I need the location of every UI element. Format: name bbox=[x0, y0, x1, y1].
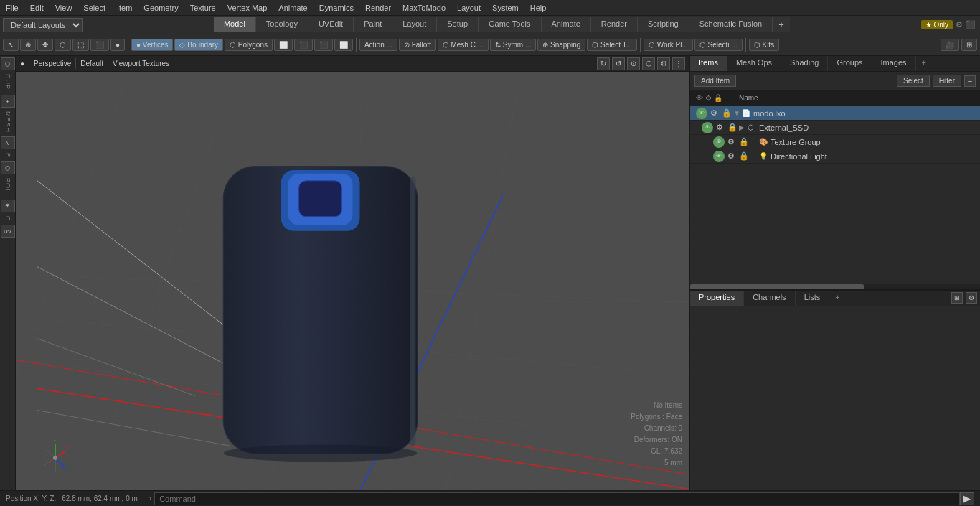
item-eye-modo[interactable]: 👁 bbox=[696, 108, 707, 119]
tab-scripting[interactable]: Scripting bbox=[638, 17, 689, 32]
item-expand-ssd[interactable]: ▶ bbox=[739, 123, 748, 131]
left-tool-3[interactable]: ∿ bbox=[1, 136, 15, 149]
menu-system[interactable]: System bbox=[486, 2, 524, 14]
tab-channels[interactable]: Channels bbox=[744, 291, 795, 306]
tab-items[interactable]: Items bbox=[690, 56, 727, 71]
expand-icon[interactable]: ⬛ bbox=[966, 20, 976, 29]
menu-edit[interactable]: Edit bbox=[24, 2, 50, 14]
tool-action[interactable]: Action ... bbox=[359, 39, 397, 51]
menu-texture[interactable]: Texture bbox=[184, 2, 222, 14]
vp-ctrl-zoom[interactable]: ⊙ bbox=[627, 57, 640, 70]
vp-ctrl-hex[interactable]: ⬡ bbox=[642, 57, 655, 70]
items-collapse-btn[interactable]: − bbox=[964, 75, 976, 87]
tool-transform[interactable]: ✥ bbox=[37, 39, 53, 51]
props-expand-btn[interactable]: ⊞ bbox=[951, 292, 963, 304]
tab-layout[interactable]: Layout bbox=[392, 17, 437, 32]
tool-vertices[interactable]: ● Vertices bbox=[131, 39, 173, 51]
tab-setup[interactable]: Setup bbox=[437, 17, 479, 32]
menu-file[interactable]: File bbox=[0, 2, 24, 14]
cmd-run-btn[interactable]: ▶ bbox=[960, 492, 974, 505]
items-scrollbar[interactable] bbox=[690, 284, 980, 289]
tool-fullscreen[interactable]: ⊞ bbox=[961, 39, 977, 51]
list-item-modo-lxo[interactable]: 👁 ⚙ 🔒 ▼ 📄 modo.lxo bbox=[690, 106, 980, 121]
menu-help[interactable]: Help bbox=[524, 2, 552, 14]
tool-kits[interactable]: ⬡ Kits bbox=[749, 39, 779, 51]
vp-ctrl-more[interactable]: ⋮ bbox=[672, 57, 685, 70]
tool-mode2[interactable]: ⬛ bbox=[294, 39, 313, 51]
list-item-external-ssd[interactable]: 👁 ⚙ 🔒 ▶ ⬡ External_SSD bbox=[690, 121, 980, 135]
left-tool-2[interactable]: + bbox=[1, 95, 15, 108]
tool-mesh-c[interactable]: ⬡ Mesh C ... bbox=[438, 39, 489, 51]
tab-paint[interactable]: Paint bbox=[354, 17, 392, 32]
tool-falloff[interactable]: ⊘ Falloff bbox=[399, 39, 436, 51]
menu-layout[interactable]: Layout bbox=[451, 2, 486, 14]
menu-select[interactable]: Select bbox=[77, 2, 111, 14]
tab-items-plus[interactable]: + bbox=[916, 56, 932, 71]
add-item-btn[interactable]: Add Item bbox=[694, 75, 736, 87]
vp-perspective[interactable]: Perspective bbox=[29, 58, 76, 69]
item-expand-modo[interactable]: ▼ bbox=[733, 109, 742, 117]
tool-rect[interactable]: ⬚ bbox=[72, 39, 89, 51]
tool-symm[interactable]: ⇅ Symm ... bbox=[490, 39, 536, 51]
tab-render[interactable]: Render bbox=[591, 17, 638, 32]
props-settings-btn[interactable]: ⚙ bbox=[966, 292, 977, 304]
menu-animate[interactable]: Animate bbox=[273, 2, 313, 14]
item-eye-tex[interactable]: 👁 bbox=[713, 136, 725, 148]
vp-ctrl-undo-rotate[interactable]: ↺ bbox=[612, 57, 625, 70]
vp-default[interactable]: Default bbox=[76, 58, 108, 69]
tab-lists[interactable]: Lists bbox=[796, 291, 830, 306]
tool-box[interactable]: ⬛ bbox=[90, 39, 109, 51]
tab-mesh-ops[interactable]: Mesh Ops bbox=[727, 56, 781, 71]
tab-add-plus[interactable]: + bbox=[773, 17, 790, 32]
left-tool-1[interactable]: ⬡ bbox=[1, 57, 15, 70]
menu-geometry[interactable]: Geometry bbox=[138, 2, 184, 14]
tool-select-mode[interactable]: ↖ bbox=[3, 39, 19, 51]
menu-view[interactable]: View bbox=[50, 2, 78, 14]
tool-snapping2[interactable]: ⊕ Snapping bbox=[537, 39, 585, 51]
tool-mode3[interactable]: ⬛ bbox=[314, 39, 333, 51]
vp-ctrl-settings[interactable]: ⚙ bbox=[657, 57, 670, 70]
item-eye-light[interactable]: 👁 bbox=[713, 151, 725, 162]
vp-viewport-textures[interactable]: Viewport Textures bbox=[108, 58, 174, 69]
layout-dropdown[interactable]: Default Layouts bbox=[3, 18, 83, 32]
menu-maxtomodo[interactable]: MaxToModo bbox=[397, 2, 451, 14]
item-eye-ssd[interactable]: 👁 bbox=[702, 122, 713, 133]
tool-mode1[interactable]: ⬜ bbox=[274, 39, 293, 51]
tab-properties[interactable]: Properties bbox=[690, 291, 744, 306]
tool-select-t[interactable]: ⬡ Select T... bbox=[587, 39, 637, 51]
command-input[interactable] bbox=[154, 492, 960, 505]
viewport[interactable]: ● Perspective Default Viewport Textures … bbox=[16, 56, 689, 490]
tab-animate[interactable]: Animate bbox=[542, 17, 591, 32]
left-tool-4[interactable]: ⬡ bbox=[1, 161, 15, 174]
tab-images[interactable]: Images bbox=[872, 56, 916, 71]
tab-game-tools[interactable]: Game Tools bbox=[479, 17, 542, 32]
tool-sphere[interactable]: ● bbox=[110, 39, 125, 51]
menu-vertex-map[interactable]: Vertex Map bbox=[222, 2, 273, 14]
menu-dynamics[interactable]: Dynamics bbox=[314, 2, 359, 14]
settings-icon[interactable]: ⚙ bbox=[956, 20, 963, 29]
left-tool-5[interactable]: ⊕ bbox=[1, 200, 15, 212]
menu-item[interactable]: Item bbox=[111, 2, 138, 14]
left-tool-6[interactable]: UV bbox=[1, 225, 15, 238]
tool-mode4[interactable]: ⬜ bbox=[334, 39, 353, 51]
tab-schematic-fusion[interactable]: Schematic Fusion bbox=[689, 17, 773, 32]
tool-snapping[interactable]: ⬡ bbox=[55, 39, 71, 51]
menu-render[interactable]: Render bbox=[359, 2, 397, 14]
tool-work-plane[interactable]: ⬡ Work Pl... bbox=[644, 39, 693, 51]
list-item-texture-group[interactable]: 👁 ⚙ 🔒 🎨 Texture Group bbox=[690, 135, 980, 149]
select-btn[interactable]: Select bbox=[897, 75, 930, 87]
tool-selecti[interactable]: ⬡ Selecti ... bbox=[694, 39, 743, 51]
vp-ctrl-rotate[interactable]: ↻ bbox=[597, 57, 610, 70]
tool-cam[interactable]: 🎥 bbox=[941, 39, 959, 51]
tool-circle[interactable]: ⊕ bbox=[20, 39, 36, 51]
tab-topology[interactable]: Topology bbox=[256, 17, 308, 32]
tab-uvedit[interactable]: UVEdit bbox=[308, 17, 354, 32]
props-tab-plus[interactable]: + bbox=[829, 291, 845, 306]
tab-model[interactable]: Model bbox=[214, 17, 256, 32]
tool-polygons[interactable]: ⬡ Polygons bbox=[225, 39, 273, 51]
list-item-dir-light[interactable]: 👁 ⚙ 🔒 💡 Directional Light bbox=[690, 149, 980, 164]
tab-groups[interactable]: Groups bbox=[828, 56, 872, 71]
filter-btn[interactable]: Filter bbox=[933, 75, 961, 87]
tool-boundary[interactable]: ◇ Boundary bbox=[174, 39, 223, 51]
tab-shading[interactable]: Shading bbox=[781, 56, 828, 71]
